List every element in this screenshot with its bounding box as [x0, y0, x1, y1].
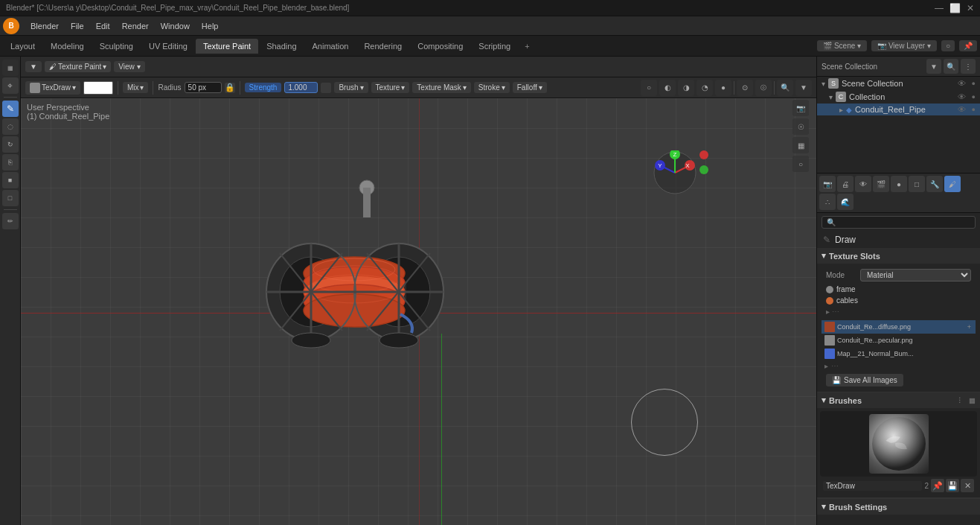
radius-input[interactable]	[185, 82, 222, 93]
outliner-collection[interactable]: ▾ C Collection 👁 ●	[817, 90, 980, 104]
prop-physics-icon[interactable]: 🌊	[837, 194, 854, 210]
viewport-shading-3[interactable]: ◔	[696, 80, 713, 96]
brushes-header[interactable]: ▾ Brushes ⋮ ▦	[817, 392, 980, 408]
scene-selector[interactable]: 🎬 Scene ▾	[817, 40, 867, 51]
color-swatch[interactable]	[83, 81, 113, 95]
menu-help[interactable]: Help	[196, 20, 224, 32]
viewport-shading-1[interactable]: ◐	[659, 80, 676, 96]
viewport-shading-4[interactable]: ●	[715, 80, 731, 96]
properties-search-input[interactable]	[822, 216, 976, 229]
save-all-images-btn[interactable]: 💾 Save All Images	[826, 374, 903, 386]
tab-texture-paint[interactable]: Texture Paint	[196, 39, 258, 54]
tool-cursor[interactable]: ⌖	[2, 77, 19, 94]
brush-settings-section[interactable]: ▾ Brush Settings	[817, 498, 980, 515]
render-mode-btn[interactable]: ○	[941, 40, 955, 51]
viewport-mode-paint[interactable]: 🖌 Texture Paint ▾	[45, 61, 111, 72]
prop-view-icon[interactable]: 👁	[855, 176, 871, 192]
texture-file-normal[interactable]: Map__21_Normal_Bum...	[822, 347, 976, 360]
search-scene[interactable]: 🔍	[777, 80, 793, 96]
world-gizmo[interactable]: ○	[792, 156, 809, 172]
tab-rendering[interactable]: Rendering	[356, 39, 409, 54]
coll-visibility-icon[interactable]: 👁	[958, 92, 966, 101]
brush-menu-btn[interactable]: Brush ▾	[334, 82, 368, 93]
menu-file[interactable]: File	[65, 20, 89, 32]
outliner-scene-collection[interactable]: ▾ S Scene Collection 👁 ●	[817, 77, 980, 90]
coll-restrict-icon[interactable]: ●	[972, 93, 976, 101]
minimize-btn[interactable]: —	[935, 3, 944, 13]
pin-btn[interactable]: 📌	[959, 40, 977, 51]
tool-clone[interactable]: ⎘	[2, 154, 19, 171]
texture-file-diffuse[interactable]: Conduit_Re...diffuse.png +	[822, 320, 976, 334]
material-cables[interactable]: cables	[822, 295, 976, 306]
texture-slots-header[interactable]: ▾ Texture Slots	[817, 248, 980, 264]
radius-lock-btn[interactable]: 🔒	[225, 83, 235, 93]
tool-mode-selector[interactable]: ▦	[2, 60, 19, 76]
menu-blender[interactable]: Blender	[25, 20, 64, 32]
brushes-options[interactable]: ⋮	[956, 397, 963, 404]
tool-annotate[interactable]: ✏	[2, 213, 19, 229]
tool-mask[interactable]: □	[2, 190, 19, 206]
cable-reel-object[interactable]	[237, 121, 475, 390]
maximize-btn[interactable]: ⬜	[949, 3, 961, 13]
texture-file-specular[interactable]: Conduit_Re...pecular.png	[822, 334, 976, 347]
scene-gizmo[interactable]: ▦	[792, 137, 809, 153]
filter-scene[interactable]: ▼	[795, 80, 812, 96]
strength-input[interactable]	[284, 82, 318, 93]
expand-arrow[interactable]: ▸	[826, 308, 830, 316]
close-btn[interactable]: ✕	[967, 3, 974, 13]
blend-mode-selector[interactable]: Mix ▾	[123, 82, 149, 93]
stroke-btn[interactable]: Stroke ▾	[474, 82, 510, 93]
nav-gizmo[interactable]: X Y Z	[653, 150, 697, 197]
tab-layout[interactable]: Layout	[3, 39, 42, 54]
viewport-render-mode[interactable]: ○	[641, 80, 657, 96]
brushes-view-toggle[interactable]: ▦	[969, 397, 976, 404]
mesh-visibility-icon[interactable]: 👁	[958, 105, 966, 114]
visibility-icon[interactable]: 👁	[958, 79, 966, 88]
tex-add-btn[interactable]: +	[966, 323, 973, 331]
prop-paint-icon[interactable]: 🖌	[944, 176, 961, 192]
prop-render-icon[interactable]: 📷	[819, 176, 836, 192]
camera-gizmo[interactable]: 📷	[792, 100, 809, 116]
tab-animation[interactable]: Animation	[305, 39, 356, 54]
prop-particles-icon[interactable]: ∴	[819, 194, 836, 210]
tool-smear[interactable]: ↻	[2, 136, 19, 153]
brush-selector[interactable]: TexDraw ▾	[25, 81, 80, 95]
mesh-restrict-icon[interactable]: ●	[972, 106, 976, 113]
prop-object-icon[interactable]: □	[909, 176, 925, 192]
light-gizmo[interactable]: ☉	[792, 118, 809, 135]
mode-select[interactable]: Material	[860, 269, 971, 281]
tab-sculpting[interactable]: Sculpting	[92, 39, 141, 54]
tool-soften[interactable]: ◌	[2, 118, 19, 135]
viewport-header-view[interactable]: ▼	[25, 61, 42, 72]
restrict-icon[interactable]: ●	[972, 80, 976, 87]
viewport-view-btn[interactable]: View ▾	[114, 61, 144, 72]
remove-brush-btn[interactable]: ✕	[961, 479, 974, 492]
prop-modifier-icon[interactable]: 🔧	[926, 176, 943, 192]
prop-scene-icon[interactable]: 🎬	[873, 176, 889, 192]
tab-uv-editing[interactable]: UV Editing	[141, 39, 195, 54]
view-layer-selector[interactable]: 📷 View Layer ▾	[871, 40, 937, 51]
prop-world-icon[interactable]: ●	[891, 176, 907, 192]
tab-modeling[interactable]: Modeling	[43, 39, 92, 54]
tex-expand-arrow[interactable]: ▸	[824, 362, 828, 370]
tool-draw[interactable]: ✎	[2, 101, 19, 117]
save-brush-btn[interactable]: 💾	[946, 479, 959, 492]
tab-compositing[interactable]: Compositing	[410, 39, 470, 54]
viewport[interactable]: ▼ 🖌 Texture Paint ▾ View ▾ TexDraw ▾ Mix…	[21, 57, 816, 525]
strength-lock-btn[interactable]	[321, 83, 331, 93]
texture-mask-btn[interactable]: Texture Mask ▾	[412, 82, 470, 93]
tab-scripting[interactable]: Scripting	[471, 39, 518, 54]
menu-edit[interactable]: Edit	[91, 20, 115, 32]
menu-render[interactable]: Render	[117, 20, 154, 32]
menu-window[interactable]: Window	[156, 20, 195, 32]
texture-menu-btn[interactable]: Texture ▾	[371, 82, 410, 93]
viewport-shading-2[interactable]: ◑	[678, 80, 694, 96]
add-workspace-btn[interactable]: +	[519, 39, 535, 54]
tool-fill[interactable]: ■	[2, 172, 19, 188]
outliner-filter-btn[interactable]: ▼	[926, 59, 941, 74]
xray-btn[interactable]: ⦾	[755, 80, 772, 96]
pin-brush-btn[interactable]: 📌	[931, 479, 944, 492]
outliner-mesh-item[interactable]: ▸ ◆ Conduit_Reel_Pipe 👁 ●	[817, 104, 980, 115]
tab-shading[interactable]: Shading	[259, 39, 304, 54]
prop-output-icon[interactable]: 🖨	[837, 176, 854, 192]
